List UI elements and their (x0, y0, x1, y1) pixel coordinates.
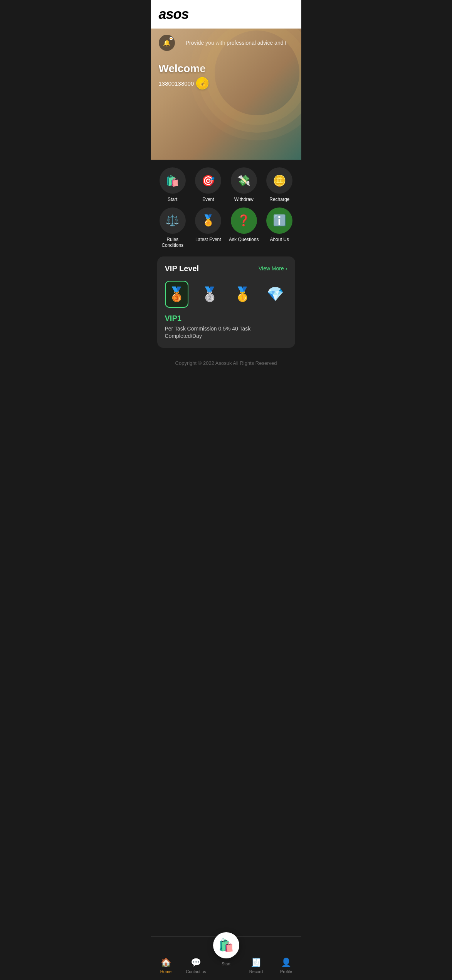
vip-badges-row: 🥉 🥈 🥇 💎 (165, 281, 287, 308)
notification-bell[interactable]: 🔔 (159, 35, 175, 51)
action-about-us[interactable]: ℹ️ About Us (264, 207, 295, 249)
action-recharge[interactable]: 🪙 Recharge (264, 167, 295, 203)
recharge-label: Recharge (269, 197, 289, 203)
view-more-text: View More (259, 265, 284, 272)
withdraw-label: Withdraw (234, 197, 254, 203)
copyright-text: Copyright © 2022 Asosuk All Rights Reser… (151, 354, 301, 405)
vip-badge-3[interactable]: 🥇 (231, 281, 254, 308)
vip-badge-1[interactable]: 🥉 (165, 281, 189, 308)
about-us-icon-circle: ℹ️ (266, 207, 292, 234)
hero-banner: 🔔 Provide you with professional advice a… (151, 29, 301, 160)
rules-icon-circle: ⚖️ (160, 207, 186, 234)
hero-phone-row: 13800138000 💰 (159, 78, 294, 89)
start-icon-circle: 🛍️ (160, 167, 186, 194)
asos-logo: asos (159, 6, 189, 22)
latest-event-label: Latest Event (195, 237, 221, 243)
hero-top-row: 🔔 Provide you with professional advice a… (159, 35, 294, 51)
vip-level-name: VIP1 (165, 314, 287, 323)
hero-welcome-text: Welcome (159, 62, 294, 75)
action-event[interactable]: 🎯 Event (193, 167, 224, 203)
view-more-link[interactable]: View More › (259, 265, 287, 272)
action-latest-event[interactable]: 🏅 Latest Event (193, 207, 224, 249)
about-us-label: About Us (270, 237, 289, 243)
chevron-right-icon: › (286, 265, 287, 272)
event-label: Event (202, 197, 214, 203)
recharge-icon-circle: 🪙 (266, 167, 292, 194)
start-label: Start (168, 197, 177, 203)
ask-questions-icon-circle: ❓ (231, 207, 257, 234)
hero-phone-number: 13800138000 (159, 80, 194, 87)
withdraw-icon-circle: 💸 (231, 167, 257, 194)
ask-questions-label: Ask Questions (229, 237, 259, 243)
action-ask-questions[interactable]: ❓ Ask Questions (229, 207, 260, 249)
vip-badge-4[interactable]: 💎 (264, 281, 287, 308)
coin-badge-icon: 💰 (197, 78, 208, 89)
hero-tagline: Provide you with professional advice and… (179, 40, 294, 46)
vip-title: VIP Level (165, 264, 199, 273)
vip-section: VIP Level View More › 🥉 🥈 🥇 💎 VIP1 Per T… (157, 256, 295, 348)
bell-icon: 🔔 (163, 39, 171, 47)
vip-header: VIP Level View More › (165, 264, 287, 273)
event-icon-circle: 🎯 (195, 167, 221, 194)
action-withdraw[interactable]: 💸 Withdraw (229, 167, 260, 203)
action-start[interactable]: 🛍️ Start (157, 167, 188, 203)
latest-event-icon-circle: 🏅 (195, 207, 221, 234)
header: asos (151, 0, 301, 29)
quick-actions-grid: 🛍️ Start 🎯 Event 💸 Withdraw 🪙 Recharge ⚖… (151, 160, 301, 256)
notification-dot (170, 37, 173, 40)
vip-badge-2[interactable]: 🥈 (198, 281, 221, 308)
vip-description: Per Task Commission 0.5% 40 Task Complet… (165, 325, 287, 340)
rules-label: RulesConditions (161, 237, 183, 249)
action-rules[interactable]: ⚖️ RulesConditions (157, 207, 188, 249)
